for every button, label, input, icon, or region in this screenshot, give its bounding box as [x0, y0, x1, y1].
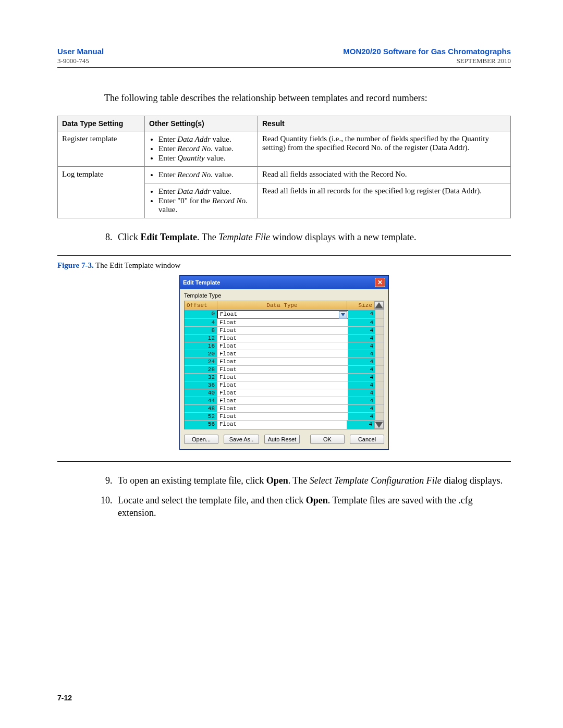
- cell-offset: 40: [185, 389, 217, 397]
- template-type-label: Template Type: [184, 292, 384, 299]
- grid-row[interactable]: 56Float4: [185, 420, 384, 429]
- cell-size: 4: [348, 310, 375, 318]
- col-size: Size: [347, 301, 374, 310]
- cell-other-settings: Enter Data Addr value. Enter Record No. …: [145, 131, 258, 167]
- cell-data-type[interactable]: Float: [217, 310, 348, 318]
- grid-row[interactable]: 24Float4: [185, 357, 384, 365]
- cell-size: 4: [348, 319, 375, 326]
- grid-row[interactable]: 0Float4: [185, 310, 384, 318]
- header-left-title: User Manual: [57, 47, 104, 56]
- scrollbar-track: [375, 335, 384, 342]
- cell-data-type[interactable]: Float: [217, 405, 348, 412]
- th-result: Result: [258, 116, 511, 131]
- cell-data-type[interactable]: Float: [217, 421, 347, 429]
- dialog-titlebar[interactable]: Edit Template ✕: [180, 276, 388, 289]
- auto-reset-button[interactable]: Auto Reset: [264, 435, 300, 444]
- cell-data-type[interactable]: Float: [217, 327, 348, 334]
- cell-offset: 16: [185, 342, 217, 350]
- grid-row[interactable]: 40Float4: [185, 389, 384, 397]
- cell-size: 4: [348, 381, 375, 389]
- grid-row[interactable]: 16Float4: [185, 342, 384, 350]
- figure-caption: Figure 7-3. The Edit Template window: [57, 261, 511, 270]
- cell-offset: 44: [185, 397, 217, 404]
- cell-offset: 36: [185, 381, 217, 389]
- cell-other-settings: Enter Data Addr value. Enter "0" for the…: [145, 183, 258, 218]
- cell-data-type[interactable]: Float: [217, 397, 348, 404]
- cell-offset: 24: [185, 358, 217, 365]
- grid-row[interactable]: 52Float4: [185, 412, 384, 420]
- cell-offset: 56: [185, 421, 217, 429]
- grid-row[interactable]: 4Float4: [185, 318, 384, 326]
- cell-size: 4: [347, 421, 374, 429]
- th-other-settings: Other Setting(s): [145, 116, 258, 131]
- template-grid[interactable]: Offset Data Type Size 0Float44Float48Flo…: [184, 301, 384, 429]
- scrollbar-track: [375, 397, 384, 404]
- grid-row[interactable]: 12Float4: [185, 334, 384, 342]
- cancel-button[interactable]: Cancel: [350, 435, 384, 444]
- cell-data-type: Register template: [58, 131, 145, 167]
- cell-data-type[interactable]: Float: [217, 413, 348, 420]
- cell-data-type[interactable]: Float: [217, 381, 348, 389]
- cell-result: Read all fields associated with the Reco…: [258, 167, 511, 183]
- cell-size: 4: [348, 389, 375, 397]
- cell-result: Read all fields in all records for the s…: [258, 183, 511, 218]
- cell-result: Read Quantity fields (i.e., the number o…: [258, 131, 511, 167]
- cell-offset: 48: [185, 405, 217, 412]
- header-doc-number: 3-9000-745: [57, 57, 89, 65]
- cell-offset: 28: [185, 366, 217, 373]
- scrollbar-track: [375, 319, 384, 326]
- open-button[interactable]: Open...: [184, 435, 218, 444]
- step-9: To open an existing template file, click…: [115, 474, 511, 487]
- cell-size: 4: [348, 335, 375, 342]
- cell-size: 4: [348, 374, 375, 381]
- cell-size: 4: [348, 397, 375, 404]
- grid-row[interactable]: 8Float4: [185, 326, 384, 334]
- grid-row[interactable]: 28Float4: [185, 365, 384, 373]
- cell-data-type[interactable]: Float: [217, 335, 348, 342]
- cell-size: 4: [348, 350, 375, 357]
- grid-row[interactable]: 48Float4: [185, 404, 384, 412]
- scrollbar-track: [375, 413, 384, 420]
- cell-offset: 12: [185, 335, 217, 342]
- save-as-button[interactable]: Save As..: [224, 435, 259, 444]
- cell-data-type[interactable]: Float: [217, 342, 348, 350]
- grid-row[interactable]: 36Float4: [185, 381, 384, 389]
- chevron-down-icon[interactable]: [339, 311, 347, 318]
- cell-offset: 8: [185, 327, 217, 334]
- cell-data-type[interactable]: Float: [217, 389, 348, 397]
- cell-size: 4: [348, 358, 375, 365]
- cell-data-type[interactable]: Float: [217, 350, 348, 357]
- table-row: Register template Enter Data Addr value.…: [58, 131, 511, 167]
- cell-data-type: Log template: [58, 167, 145, 218]
- edit-template-dialog: Edit Template ✕ Template Type Offset Dat…: [179, 275, 389, 450]
- col-offset: Offset: [185, 301, 217, 310]
- header-date: SEPTEMBER 2010: [457, 57, 511, 65]
- dialog-title: Edit Template: [183, 279, 220, 286]
- scrollbar-track: [375, 358, 384, 365]
- scrollbar-track: [375, 350, 384, 357]
- cell-size: 4: [348, 342, 375, 350]
- cell-data-type[interactable]: Float: [217, 366, 348, 373]
- scroll-up-icon[interactable]: [374, 301, 384, 310]
- step-10: Locate and select the template file, and…: [115, 494, 511, 520]
- relationship-table: Data Type Setting Other Setting(s) Resul…: [57, 116, 511, 218]
- grid-row[interactable]: 44Float4: [185, 397, 384, 404]
- close-icon[interactable]: ✕: [375, 278, 385, 287]
- figure-rule-bottom: [57, 461, 511, 462]
- scrollbar-track: [375, 381, 384, 389]
- scroll-down-icon[interactable]: [374, 421, 384, 429]
- scrollbar-track: [375, 327, 384, 334]
- cell-size: 4: [348, 405, 375, 412]
- scrollbar-track: [375, 310, 384, 318]
- grid-row[interactable]: 20Float4: [185, 350, 384, 357]
- ok-button[interactable]: OK: [310, 435, 345, 444]
- cell-offset: 20: [185, 350, 217, 357]
- cell-size: 4: [348, 366, 375, 373]
- grid-row[interactable]: 32Float4: [185, 373, 384, 381]
- cell-data-type[interactable]: Float: [217, 358, 348, 365]
- cell-offset: 32: [185, 374, 217, 381]
- cell-data-type[interactable]: Float: [217, 319, 348, 326]
- cell-size: 4: [348, 327, 375, 334]
- intro-paragraph: The following table describes the relati…: [104, 92, 511, 104]
- cell-data-type[interactable]: Float: [217, 374, 348, 381]
